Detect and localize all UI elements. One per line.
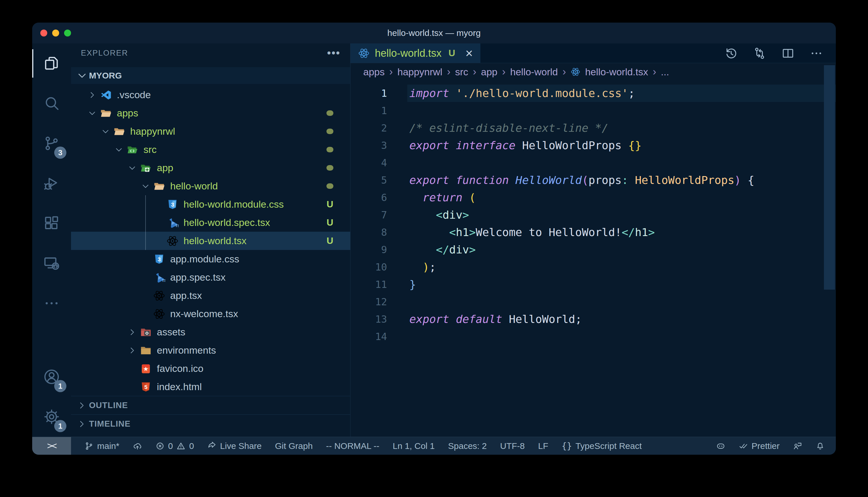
code-line-5[interactable]: 4	[350, 154, 836, 171]
line-number: 13	[350, 311, 387, 328]
code-text: <h1>Welcome to HelloWorld!</h1>	[409, 224, 655, 241]
tree-item-hello-world.module.css[interactable]: 3hello-world.module.cssU	[71, 195, 350, 213]
chevron-placeholder	[152, 234, 166, 247]
activity-settings-button[interactable]: 1	[32, 397, 71, 437]
status-eol[interactable]: LF	[538, 441, 548, 451]
chevron-down-icon[interactable]	[112, 143, 125, 156]
breadcrumb-apps[interactable]: apps	[363, 66, 385, 77]
activity-explorer-button[interactable]	[32, 43, 71, 83]
close-window-button[interactable]	[40, 30, 47, 37]
status-encoding[interactable]: UTF-8	[500, 441, 525, 451]
open-timeline-icon[interactable]	[725, 47, 738, 60]
chevron-down-icon[interactable]	[85, 106, 99, 120]
activity-remote-explorer-button[interactable]	[32, 243, 71, 283]
open-changes-icon[interactable]	[753, 47, 766, 60]
breadcrumb-happynrwl[interactable]: happynrwl	[398, 66, 442, 77]
maximize-window-button[interactable]	[64, 30, 71, 37]
code-line-14[interactable]: 13export default HelloWorld;	[350, 311, 836, 328]
editor-scrollbar[interactable]	[824, 65, 835, 289]
code-line-11[interactable]: 10 );	[350, 258, 836, 276]
breadcrumb: apps›happynrwl›src›app›hello-world›hello…	[350, 63, 836, 81]
folder-open-icon	[99, 107, 113, 119]
status-vim-mode[interactable]: -- NORMAL --	[326, 441, 380, 451]
tree-item-hello-world[interactable]: hello-world	[71, 177, 350, 195]
chevron-down-icon[interactable]	[99, 125, 112, 138]
activity-run-and-debug-button[interactable]	[32, 164, 71, 203]
status-problems[interactable]: 0 0	[155, 441, 194, 451]
code-line-7[interactable]: 6 return (	[350, 189, 836, 206]
minimize-window-button[interactable]	[52, 30, 59, 37]
split-editor-icon[interactable]	[781, 47, 795, 60]
status-live-share[interactable]: Live Share	[207, 441, 262, 451]
breadcrumb-symbol[interactable]: ...	[661, 66, 669, 77]
status-copilot[interactable]	[716, 441, 725, 451]
code-line-15[interactable]: 14	[350, 328, 836, 345]
tree-item-apps[interactable]: apps	[71, 104, 350, 122]
status-branch[interactable]: main*	[84, 441, 120, 451]
tree-item-environments[interactable]: environments	[71, 341, 350, 359]
explorer-more-actions-icon[interactable]: •••	[327, 50, 340, 56]
status-language[interactable]: {} TypeScript React	[562, 441, 642, 451]
chevron-down-icon	[76, 70, 88, 81]
status-indentation[interactable]: Spaces: 2	[448, 441, 487, 451]
activity-search-button[interactable]	[32, 83, 71, 123]
tree-item-hello-world.tsx[interactable]: hello-world.tsxU	[71, 232, 350, 250]
breadcrumb-file[interactable]: hello-world.tsx	[585, 66, 648, 77]
breadcrumb-app[interactable]: app	[481, 66, 497, 77]
tree-item-src[interactable]: src	[71, 141, 350, 159]
workspace-section-header[interactable]: MYORG	[71, 67, 350, 84]
tree-item-happynrwl[interactable]: happynrwl	[71, 122, 350, 141]
chevron-down-icon[interactable]	[125, 161, 139, 175]
status-cursor-position[interactable]: Ln 1, Col 1	[392, 441, 435, 451]
breadcrumb-src[interactable]: src	[455, 66, 468, 77]
tab-hello-world-tsx[interactable]: hello-world.tsx U ×	[350, 43, 480, 63]
copilot-icon	[716, 441, 725, 451]
status-notifications[interactable]	[815, 441, 825, 451]
activity-accounts-button[interactable]: 1	[32, 357, 71, 397]
tree-item-app.spec.tsx[interactable]: TSapp.spec.tsx	[71, 268, 350, 286]
run-and-debug-icon	[43, 175, 60, 192]
tree-item-nx-welcome.tsx[interactable]: nx-welcome.tsx	[71, 305, 350, 323]
status-feedback[interactable]	[793, 441, 802, 451]
code-line-1[interactable]: 1import './hello-world.module.css';	[350, 85, 836, 102]
activity-more-button[interactable]	[32, 283, 71, 323]
tree-item-app.module.css[interactable]: 3app.module.css	[71, 250, 350, 268]
line-number: 3	[350, 137, 387, 154]
code-line-2[interactable]: 1	[350, 102, 836, 119]
status-sync[interactable]	[133, 441, 142, 451]
chevron-right-icon[interactable]	[125, 344, 139, 357]
tree-item-hello-world.spec.tsx[interactable]: TShello-world.spec.tsxU	[71, 213, 350, 232]
react-icon	[358, 47, 370, 59]
more-actions-icon[interactable]	[810, 47, 823, 60]
code-line-3[interactable]: 2/* eslint-disable-next-line */	[350, 119, 836, 137]
tree-item-assets[interactable]: assets	[71, 323, 350, 341]
activity-extensions-button[interactable]	[32, 203, 71, 243]
activity-source-control-button[interactable]: 3	[32, 123, 71, 164]
status-prettier[interactable]: Prettier	[739, 441, 780, 451]
chevron-right-icon[interactable]	[125, 326, 139, 339]
chevron-down-icon[interactable]	[139, 180, 152, 193]
code-line-8[interactable]: 7 <div>	[350, 206, 836, 224]
code-line-9[interactable]: 8 <h1>Welcome to HelloWorld!</h1>	[350, 224, 836, 241]
tree-item-.vscode[interactable]: .vscode	[71, 86, 350, 104]
code-line-13[interactable]: 12	[350, 293, 836, 311]
code-editor[interactable]: 1import './hello-world.module.css';12/* …	[350, 81, 836, 437]
panel-timeline[interactable]: TIMELINE	[71, 414, 350, 433]
tree-item-app[interactable]: app	[71, 159, 350, 177]
code-line-10[interactable]: 9 </div>	[350, 241, 836, 258]
panel-outline[interactable]: OUTLINE	[71, 396, 350, 414]
code-line-12[interactable]: 11}	[350, 276, 836, 293]
code-line-4[interactable]: 3export interface HelloWorldProps {}	[350, 137, 836, 154]
close-tab-icon[interactable]: ×	[465, 47, 473, 60]
line-number: 7	[350, 206, 387, 224]
chevron-right-icon[interactable]	[85, 88, 99, 102]
tree-item-index.html[interactable]: 5index.html	[71, 378, 350, 396]
code-line-6[interactable]: 5export function HelloWorld(props: Hello…	[350, 171, 836, 189]
remote-indicator[interactable]: ><	[32, 437, 71, 455]
breadcrumb-hello-world[interactable]: hello-world	[510, 66, 558, 77]
tree-item-app.tsx[interactable]: app.tsx	[71, 286, 350, 305]
status-git-graph[interactable]: Git Graph	[275, 441, 313, 451]
error-icon	[155, 441, 165, 451]
tree-item-label: app.spec.tsx	[170, 272, 225, 283]
tree-item-favicon.ico[interactable]: ★favicon.ico	[71, 359, 350, 378]
